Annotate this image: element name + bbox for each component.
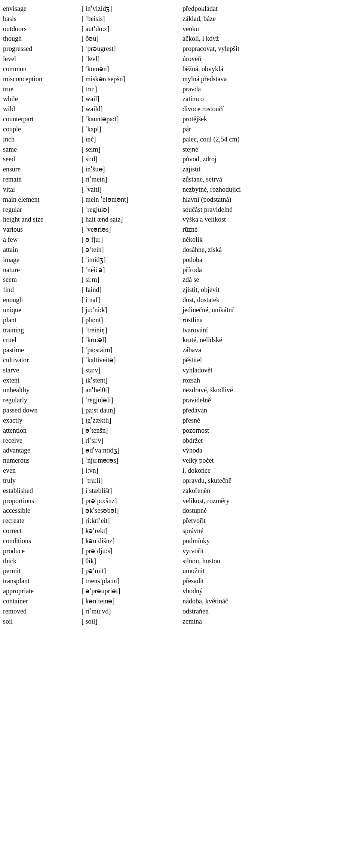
phonetic-cell: [ inč] [82, 134, 182, 144]
translation-cell: zjistit, objevit [182, 285, 356, 295]
phonetic-cell: [ ˈregjuləli] [82, 395, 182, 405]
translation-cell: pravda [182, 84, 356, 94]
word-cell: remain [3, 174, 82, 185]
word-cell: correct [3, 526, 82, 536]
word-cell: attention [3, 426, 82, 436]
phonetic-cell: [ ˈkapl] [82, 124, 182, 134]
word-cell: advantage [3, 445, 82, 456]
table-row: height and size[ hait ænd saiz]výška a v… [3, 214, 356, 225]
table-row: vital[ ˈvaitl]nezbytné, rozhodující [3, 185, 356, 195]
translation-cell: venku [182, 24, 356, 34]
table-row: image[ ˈimidʒ]podoba [3, 255, 356, 265]
table-row: though[ ðəu]ačkoli, i když [3, 34, 356, 44]
translation-cell: pravidelně [182, 395, 356, 405]
table-row: container[ kənˈteinə]nádoba, květináč [3, 596, 356, 606]
phonetic-cell: [ ˈregjulə] [82, 205, 182, 215]
phonetic-cell: [ ˈprəugrest] [82, 44, 182, 54]
table-row: soil[ soil]zemina [3, 616, 356, 627]
word-cell: receive [3, 436, 82, 446]
word-cell: permit [3, 566, 82, 576]
table-row: permit[ pəˈmit]umožnit [3, 566, 356, 576]
translation-cell: podoba [182, 255, 356, 265]
table-row: attain[ əˈtein]dosáhne, získá [3, 245, 356, 255]
phonetic-cell: [ ədˈva:ntidʒ] [82, 445, 182, 456]
translation-cell: běžná, obvyklá [182, 64, 356, 74]
translation-cell: dost, dostatek [182, 295, 356, 305]
translation-cell: i, dokonce [182, 466, 356, 476]
phonetic-cell: [ iˈnaf] [82, 295, 182, 305]
phonetic-cell: [ ˈlevl] [82, 54, 182, 64]
word-cell: same [3, 144, 82, 155]
table-row: seed[ si:d]původ, zdroj [3, 154, 356, 164]
table-row: truly[ ˈtru:li]opravdu, skutečně [3, 476, 356, 486]
table-row: appropriate[ əˈprəupriət]vhodný [3, 586, 356, 596]
translation-cell: hlavní (podstatná) [182, 195, 356, 205]
translation-cell: nádoba, květináč [182, 596, 356, 606]
phonetic-cell: [ trænsˈpla:nt] [82, 576, 182, 586]
phonetic-cell: [ riˈmein] [82, 174, 182, 185]
phonetic-cell: [ ˈkru:əl] [82, 335, 182, 345]
phonetic-cell: [ miskənˈsepšn] [82, 74, 182, 84]
phonetic-cell: [ prəˈpo:šnz] [82, 496, 182, 506]
phonetic-cell: [ ˈkomən] [82, 64, 182, 74]
word-cell: pastime [3, 345, 82, 355]
word-cell: inch [3, 134, 82, 144]
word-cell: wild [3, 104, 82, 114]
word-cell: cultivator [3, 355, 82, 365]
table-row: common[ ˈkomən]běžná, obvyklá [3, 64, 356, 74]
word-cell: true [3, 84, 82, 94]
phonetic-cell: [ ə fju:] [82, 235, 182, 245]
table-row: cruel[ ˈkru:əl]kruté, nelidské [3, 335, 356, 345]
word-cell: seem [3, 275, 82, 285]
translation-cell: zůstane, setrvá [182, 174, 356, 185]
translation-cell: rozsah [182, 375, 356, 386]
word-cell: plant [3, 315, 82, 325]
word-cell: level [3, 54, 82, 64]
phonetic-cell: [ ˈtreiniŋ] [82, 325, 182, 335]
translation-cell: jedinečné, unikátní [182, 305, 356, 315]
phonetic-cell: [ ˈkauntəpa:t] [82, 114, 182, 124]
translation-cell: opravdu, skutečně [182, 476, 356, 486]
table-row: enough[ iˈnaf]dost, dostatek [3, 295, 356, 305]
phonetic-cell: [ kənˈteinə] [82, 596, 182, 606]
translation-cell: rūzné [182, 225, 356, 235]
word-cell: appropriate [3, 586, 82, 596]
table-row: progressed[ ˈprəugrest]propracovat, vyle… [3, 44, 356, 54]
word-cell: transplant [3, 576, 82, 586]
table-row: numerous[ ˈnju:mərəs]velký počet [3, 456, 356, 466]
phonetic-cell: [ soil] [82, 616, 182, 627]
translation-cell: kruté, nelidské [182, 335, 356, 345]
translation-cell: výška a velikost [182, 214, 356, 225]
phonetic-cell: [ prəˈdju:s] [82, 546, 182, 556]
translation-cell: podmínky [182, 536, 356, 546]
phonetic-cell: [ ikˈstent] [82, 375, 182, 386]
phonetic-cell: [ waild] [82, 104, 182, 114]
word-cell: seed [3, 154, 82, 164]
translation-cell: zábava [182, 345, 356, 355]
phonetic-cell: [ inˈvizidʒ] [82, 4, 182, 14]
table-row: find[ faind]zjistit, objevit [3, 285, 356, 295]
table-row: conditions[ kənˈdišnz]podmínky [3, 536, 356, 546]
phonetic-cell: [ pəˈmit] [82, 566, 182, 576]
table-row: attention[ əˈtenšn]pozornost [3, 426, 356, 436]
table-row: remain[ riˈmein]zůstane, setrvá [3, 174, 356, 185]
phonetic-cell: [ ˈimidʒ] [82, 255, 182, 265]
table-row: recreate[ ri:kriˈeit]přetvořit [3, 516, 356, 526]
phonetic-cell: [ anˈhelθi] [82, 385, 182, 395]
translation-cell: protějšek [182, 114, 356, 124]
translation-cell: předáván [182, 405, 356, 415]
translation-cell: dosáhne, získá [182, 245, 356, 255]
translation-cell: divoce rostoučí [182, 104, 356, 114]
translation-cell: mylná představa [182, 74, 356, 84]
translation-cell: zajistit [182, 164, 356, 174]
translation-cell: pozornost [182, 426, 356, 436]
translation-cell: zatímco [182, 94, 356, 104]
word-cell: even [3, 466, 82, 476]
table-row: even[ i:vn]i, dokonce [3, 466, 356, 476]
phonetic-cell: [ ˈtru:li] [82, 476, 182, 486]
word-cell: passed down [3, 405, 82, 415]
translation-cell: stejné [182, 144, 356, 155]
table-row: cultivator[ ˈkaltiveitə]pěstitel [3, 355, 356, 365]
word-cell: regularly [3, 395, 82, 405]
phonetic-cell: [ əˈprəupriət] [82, 586, 182, 596]
